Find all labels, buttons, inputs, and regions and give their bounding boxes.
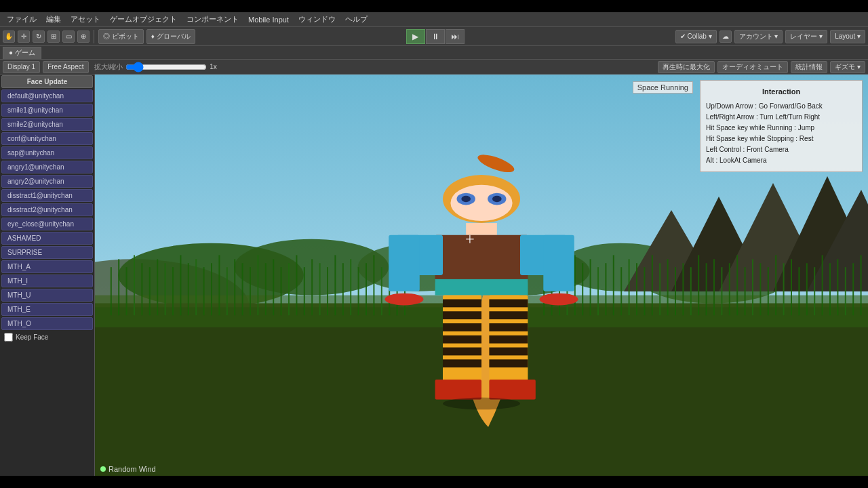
interaction-line-2: Left/Right Arrow : Turn Left/Turn Right (706, 112, 856, 123)
svg-rect-38 (273, 259, 274, 315)
random-wind-dot (100, 466, 106, 472)
interaction-line-3: Hit Space key while Running : Jump (706, 123, 856, 134)
menu-gameobject[interactable]: ゲームオブジェクト (106, 13, 181, 26)
scale-slider[interactable] (125, 63, 207, 71)
keep-face-checkbox[interactable] (4, 333, 13, 342)
svg-rect-97 (861, 255, 862, 315)
svg-rect-67 (629, 259, 630, 315)
svg-rect-78 (713, 259, 715, 315)
menu-file[interactable]: ファイル (3, 13, 41, 26)
game-viewport[interactable]: Interaction Up/Down Arrow : Go Forward/G… (95, 75, 868, 476)
transform-tool-icon[interactable]: ⊕ (77, 30, 90, 43)
svg-rect-117 (443, 311, 481, 319)
move-tool-icon[interactable]: ✛ (18, 30, 30, 43)
menu-mobileinput[interactable]: Mobile Input (244, 14, 293, 25)
rotate-tool-icon[interactable]: ↻ (33, 30, 45, 43)
keep-face-checkbox-label[interactable]: Keep Face (0, 331, 94, 344)
svg-rect-46 (334, 255, 336, 315)
svg-rect-80 (729, 263, 730, 315)
svg-rect-70 (652, 255, 653, 315)
svg-rect-119 (443, 336, 481, 344)
collab-button[interactable]: ✔ Collab ▾ (675, 30, 717, 43)
sidebar-conf[interactable]: conf@unitychan (1, 132, 93, 145)
sidebar-mth-o[interactable]: MTH_O (1, 317, 93, 330)
step-button[interactable]: ⏭ (446, 29, 465, 44)
sidebar-sap[interactable]: sap@unitychan (1, 146, 93, 159)
svg-rect-66 (620, 267, 622, 315)
sidebar-angry1[interactable]: angry1@unitychan (1, 161, 93, 174)
sidebar-disstract2[interactable]: disstract2@unitychan (1, 203, 93, 216)
menu-component[interactable]: コンポーネント (182, 13, 243, 26)
rect-tool-icon[interactable]: ▭ (62, 30, 75, 43)
svg-rect-107 (435, 235, 528, 283)
sidebar-surprise[interactable]: SURPRISE (1, 246, 93, 259)
svg-rect-85 (768, 267, 769, 315)
svg-rect-44 (319, 263, 321, 315)
display-button[interactable]: Display 1 (3, 61, 40, 73)
menu-edit[interactable]: 編集 (42, 13, 65, 26)
svg-rect-77 (706, 263, 707, 315)
svg-rect-112 (543, 235, 574, 291)
view-controls-bar: Display 1 Free Aspect 拡大/縮小 1x 再生時に最大化 オ… (0, 60, 868, 75)
svg-rect-48 (350, 259, 351, 315)
pivot-button[interactable]: ◎ ピボット (98, 29, 144, 44)
svg-rect-64 (605, 263, 606, 315)
sidebar-mth-u[interactable]: MTH_U (1, 289, 93, 302)
svg-point-105 (492, 196, 502, 202)
svg-rect-65 (613, 255, 614, 315)
view-controls-right: 再生時に最大化 オーディオミュート 統計情報 ギズモ ▾ (658, 61, 865, 73)
gizmos-button[interactable]: ギズモ ▾ (830, 61, 865, 73)
svg-rect-96 (852, 263, 854, 315)
layer-button[interactable]: レイヤー ▾ (785, 30, 827, 43)
svg-rect-61 (582, 263, 583, 315)
menu-assets[interactable]: アセット (66, 13, 104, 26)
svg-rect-82 (745, 267, 746, 315)
global-button[interactable]: ♦ グローバル (146, 29, 195, 44)
svg-rect-110 (435, 279, 528, 296)
svg-rect-91 (814, 267, 815, 315)
sidebar-mth-a[interactable]: MTH_A (1, 260, 93, 273)
play-button[interactable]: ▶ (406, 29, 425, 44)
sidebar-ashamed[interactable]: ASHAMED (1, 232, 93, 245)
sidebar-disstract1[interactable]: disstract1@unitychan (1, 189, 93, 202)
pause-button[interactable]: ⏸ (426, 29, 445, 44)
sidebar-eye-close[interactable]: eye_close@unitychan (1, 218, 93, 230)
sidebar-mth-i[interactable]: MTH_I (1, 274, 93, 287)
scale-tool-icon[interactable]: ⊞ (47, 30, 60, 43)
sidebar-mth-e[interactable]: MTH_E (1, 303, 93, 316)
interaction-line-4: Hit Spase key while Stopping : Rest (706, 134, 856, 144)
stats-button[interactable]: 統計情報 (791, 61, 827, 73)
svg-rect-74 (682, 263, 684, 315)
account-button[interactable]: アカウント ▾ (734, 30, 783, 43)
svg-point-131 (443, 398, 520, 410)
svg-rect-81 (736, 255, 738, 315)
maximize-play-button[interactable]: 再生時に最大化 (658, 61, 715, 73)
menu-help[interactable]: ヘルプ (341, 13, 372, 26)
play-controls: ▶ ⏸ ⏭ (406, 29, 465, 44)
sidebar-smile1[interactable]: smile1@unitychan (1, 104, 93, 117)
svg-rect-86 (775, 255, 776, 315)
sidebar-default[interactable]: default@unitychan (1, 89, 93, 102)
svg-rect-51 (373, 255, 374, 315)
face-update-button[interactable]: Face Update (1, 75, 93, 88)
svg-rect-116 (443, 300, 481, 308)
sidebar-angry2[interactable]: angry2@unitychan (1, 175, 93, 188)
menu-window[interactable]: ウィンドウ (294, 13, 340, 26)
svg-rect-27 (188, 263, 189, 315)
random-wind-indicator: Random Wind (100, 465, 156, 473)
layout-button[interactable]: Layout ▾ (830, 30, 865, 43)
svg-rect-126 (489, 336, 528, 344)
svg-rect-41 (296, 255, 297, 315)
svg-rect-50 (366, 263, 367, 315)
svg-rect-106 (466, 223, 497, 235)
svg-rect-84 (760, 263, 761, 315)
hand-tool-icon[interactable]: ✋ (3, 30, 15, 43)
sidebar-smile2[interactable]: smile2@unitychan (1, 118, 93, 131)
svg-rect-34 (242, 263, 243, 315)
aspect-button[interactable]: Free Aspect (43, 61, 88, 73)
audio-mute-button[interactable]: オーディオミュート (717, 61, 788, 73)
cloud-icon[interactable]: ☁ (719, 30, 732, 43)
game-tab[interactable]: ● ゲーム (3, 47, 41, 59)
keep-face-label: Keep Face (16, 333, 48, 341)
svg-rect-22 (149, 267, 151, 315)
